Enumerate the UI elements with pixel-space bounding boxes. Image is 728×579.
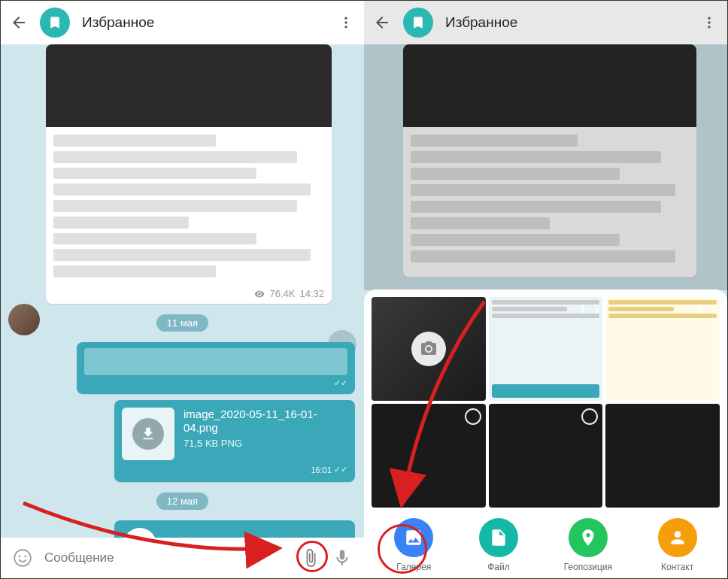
chat-title[interactable]: Избранное bbox=[82, 14, 325, 31]
read-checks-icon: ✓✓ bbox=[334, 465, 347, 474]
svg-point-5 bbox=[24, 556, 26, 558]
message-time: 14:32 bbox=[299, 288, 324, 299]
camera-icon bbox=[411, 332, 446, 366]
message-input[interactable] bbox=[44, 550, 289, 565]
svg-point-4 bbox=[19, 556, 21, 558]
emoji-button[interactable] bbox=[13, 548, 32, 568]
svg-point-3 bbox=[14, 550, 31, 566]
svg-point-0 bbox=[344, 17, 347, 20]
back-button[interactable] bbox=[10, 14, 28, 32]
date-separator: 12 мая bbox=[156, 493, 208, 510]
views-count: 76.4K bbox=[269, 288, 295, 299]
tab-contact[interactable]: Контакт bbox=[658, 518, 697, 572]
attachment-sheet-screen: Избранное bbox=[364, 1, 727, 578]
gallery-thumb[interactable] bbox=[489, 297, 603, 401]
saved-messages-avatar[interactable] bbox=[403, 8, 433, 38]
message-media bbox=[46, 44, 332, 127]
svg-point-1 bbox=[344, 21, 347, 23]
tab-file[interactable]: Файл bbox=[479, 518, 518, 572]
gallery-grid bbox=[372, 297, 720, 508]
header: Избранное bbox=[1, 1, 364, 44]
mic-button[interactable] bbox=[332, 548, 352, 568]
chat-area[interactable]: 76.4K 14:32 11 мая ✓✓ bbox=[1, 44, 364, 526]
read-checks-icon: ✓✓ bbox=[334, 378, 347, 388]
gallery-thumb[interactable] bbox=[372, 404, 486, 508]
gallery-icon bbox=[394, 518, 433, 557]
sender-avatar[interactable] bbox=[8, 304, 40, 335]
message-text-blurred bbox=[403, 127, 696, 277]
attachment-sheet: Галерея Файл Геопозиция bbox=[364, 290, 727, 578]
file-thumbnail[interactable] bbox=[122, 408, 174, 460]
file-message[interactable]: image_2020-05-11_16-01-04.png 71,5 KB PN… bbox=[114, 400, 355, 482]
file-meta: 71,5 KB PNG bbox=[184, 438, 347, 449]
file-icon bbox=[479, 518, 518, 557]
header: Избранное bbox=[364, 1, 727, 44]
gallery-thumb[interactable] bbox=[489, 404, 603, 508]
chat-title[interactable]: Избранное bbox=[445, 14, 688, 31]
svg-point-8 bbox=[708, 26, 710, 28]
svg-point-2 bbox=[344, 26, 347, 28]
attachment-tabs: Галерея Файл Геопозиция bbox=[372, 508, 720, 572]
location-icon bbox=[569, 518, 608, 557]
message-media bbox=[403, 44, 696, 127]
forwarded-message[interactable]: 76.4K 14:32 bbox=[46, 44, 332, 304]
svg-point-7 bbox=[708, 21, 710, 23]
back-button[interactable] bbox=[373, 14, 391, 32]
tab-gallery[interactable]: Галерея bbox=[394, 518, 433, 572]
gallery-thumb[interactable] bbox=[605, 297, 720, 401]
chat-screen: Избранное 76.4K 14:32 bbox=[1, 1, 364, 578]
saved-messages-avatar[interactable] bbox=[40, 8, 70, 38]
views-icon bbox=[254, 289, 265, 299]
svg-point-6 bbox=[708, 17, 710, 20]
attach-button[interactable] bbox=[301, 548, 320, 568]
more-button[interactable] bbox=[700, 14, 718, 32]
message-text-blurred bbox=[46, 127, 332, 285]
more-button[interactable] bbox=[337, 14, 355, 32]
select-ring-icon[interactable] bbox=[465, 408, 481, 425]
contact-icon bbox=[658, 518, 697, 557]
date-separator: 11 мая bbox=[156, 314, 208, 332]
select-ring-icon[interactable] bbox=[581, 408, 598, 425]
tab-location[interactable]: Геопозиция bbox=[564, 518, 612, 572]
download-icon[interactable] bbox=[132, 418, 164, 450]
sent-message[interactable]: ✓✓ bbox=[77, 342, 355, 394]
input-bar bbox=[1, 538, 364, 578]
file-name: image_2020-05-11_16-01-04.png bbox=[184, 408, 347, 435]
camera-tile[interactable] bbox=[372, 297, 486, 401]
forwarded-message[interactable] bbox=[403, 44, 696, 277]
gallery-thumb[interactable] bbox=[605, 404, 720, 508]
